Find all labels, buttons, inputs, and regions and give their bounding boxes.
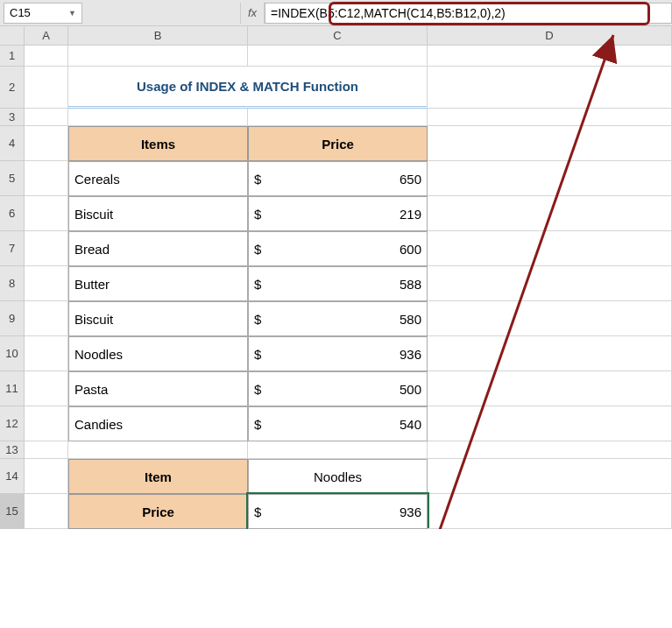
col-header-b[interactable]: B [68,26,248,46]
row-header[interactable]: 14 [0,459,25,494]
cell[interactable] [25,161,68,196]
currency-symbol: $ [254,382,261,397]
table-item[interactable]: Cereals [68,161,248,196]
row-header[interactable]: 13 [0,441,25,459]
formula-bar-row: C15 ▼ fx =INDEX(B5:C12,MATCH(C14,B5:B12,… [0,0,672,26]
cell[interactable] [428,67,672,109]
currency-symbol: $ [254,277,261,292]
table-price[interactable]: $500 [248,371,428,406]
lookup-item-value[interactable]: Noodles [248,459,428,494]
cell[interactable] [428,46,672,67]
row-header[interactable]: 11 [0,371,25,406]
name-box-dropdown-icon[interactable]: ▼ [68,9,76,18]
table-price[interactable]: $936 [248,336,428,371]
cell[interactable] [25,67,68,109]
cell[interactable] [25,126,68,161]
row-header[interactable]: 4 [0,126,25,161]
cell[interactable] [68,109,248,126]
cell[interactable] [25,231,68,266]
table-item[interactable]: Noodles [68,336,248,371]
col-header-c[interactable]: C [248,26,428,46]
table-price[interactable]: $588 [248,266,428,301]
table-price[interactable]: $540 [248,406,428,441]
spreadsheet-grid: A B C D 1 2Usage of INDEX & MATCH Functi… [0,26,672,529]
row-header[interactable]: 5 [0,161,25,196]
row-header[interactable]: 12 [0,406,25,441]
cell[interactable] [25,336,68,371]
cell[interactable] [428,371,672,406]
cell[interactable] [25,109,68,126]
cell[interactable] [428,266,672,301]
currency-symbol: $ [254,312,261,327]
currency-symbol: $ [254,347,261,362]
cell[interactable] [428,196,672,231]
price-value: 500 [400,382,421,397]
price-value: 600 [400,242,421,257]
formula-bar-input[interactable]: =INDEX(B5:C12,MATCH(C14,B5:B12,0),2) [265,3,672,24]
cell[interactable] [68,441,248,459]
table-price[interactable]: $580 [248,301,428,336]
cell[interactable] [25,459,68,494]
table-price[interactable]: $600 [248,231,428,266]
cell[interactable] [428,459,672,494]
table-price[interactable]: $219 [248,196,428,231]
lookup-item-label[interactable]: Item [68,459,248,494]
row-header[interactable]: 9 [0,301,25,336]
row-header[interactable]: 2 [0,67,25,109]
price-value: 936 [400,347,421,362]
table-item[interactable]: Butter [68,266,248,301]
table-item[interactable]: Biscuit [68,196,248,231]
cell[interactable] [428,336,672,371]
row-header[interactable]: 10 [0,336,25,371]
cell[interactable] [428,161,672,196]
column-header-row: A B C D [0,26,672,46]
cell[interactable] [428,406,672,441]
table-item[interactable]: Pasta [68,371,248,406]
cell[interactable] [25,494,68,529]
price-value: 650 [400,172,421,187]
table-item[interactable]: Biscuit [68,301,248,336]
row-header[interactable]: 15 [0,494,25,529]
header-price[interactable]: Price [248,126,428,161]
fx-icon[interactable]: fx [240,3,265,24]
table-item[interactable]: Bread [68,231,248,266]
lookup-price-label[interactable]: Price [68,494,248,529]
table-price[interactable]: $650 [248,161,428,196]
row-header[interactable]: 7 [0,231,25,266]
header-items[interactable]: Items [68,126,248,161]
cell[interactable] [428,494,672,529]
cell[interactable] [248,441,428,459]
name-box[interactable]: C15 ▼ [4,3,82,24]
cell[interactable] [25,441,68,459]
cell[interactable] [25,301,68,336]
cell[interactable] [25,406,68,441]
table-item[interactable]: Candies [68,406,248,441]
cell[interactable] [68,46,248,67]
col-header-d[interactable]: D [428,26,672,46]
select-all-corner[interactable] [0,26,25,46]
currency-symbol: $ [254,207,261,222]
cell[interactable] [428,126,672,161]
row-header[interactable]: 6 [0,196,25,231]
cell[interactable] [428,301,672,336]
cell[interactable] [25,371,68,406]
row-header[interactable]: 1 [0,46,25,67]
page-title[interactable]: Usage of INDEX & MATCH Function [68,67,428,109]
lookup-price-value[interactable]: $936 [248,494,428,529]
cell[interactable] [25,46,68,67]
col-header-a[interactable]: A [25,26,68,46]
name-box-value: C15 [10,6,31,19]
cell[interactable] [428,109,672,126]
cell[interactable] [248,46,428,67]
cell[interactable] [428,231,672,266]
currency-symbol: $ [254,505,261,519]
cell[interactable] [248,109,428,126]
row-header[interactable]: 8 [0,266,25,301]
row-header[interactable]: 3 [0,109,25,126]
cell[interactable] [428,441,672,459]
cell[interactable] [25,266,68,301]
cell[interactable] [25,196,68,231]
currency-symbol: $ [254,242,261,257]
price-value: 580 [400,312,421,327]
price-value: 540 [400,417,421,432]
